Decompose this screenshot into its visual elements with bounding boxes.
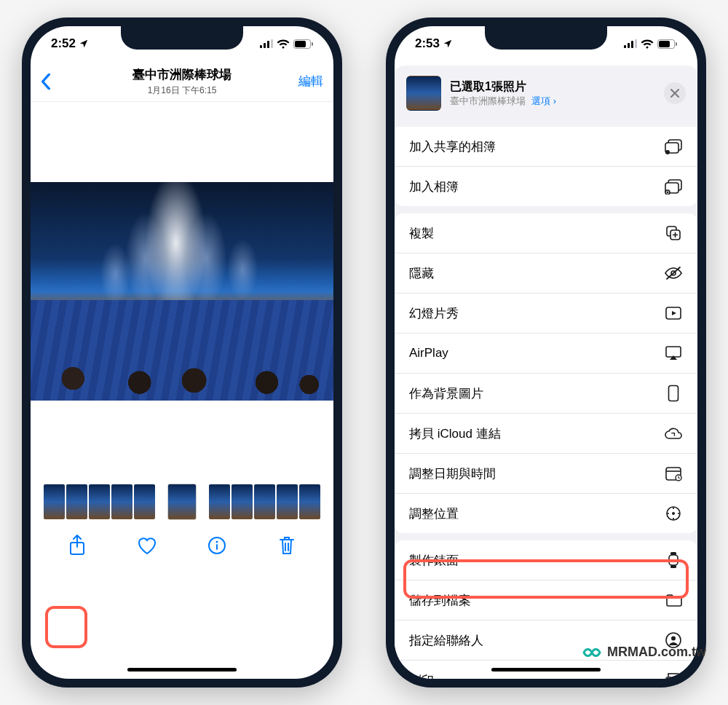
cellular-signal-icon [260, 39, 273, 48]
thumbnail-selected[interactable] [168, 484, 197, 519]
action-copy[interactable]: 複製 [395, 213, 697, 253]
photo-main[interactable] [31, 182, 333, 401]
phone-right: 2:53 已選取1張照片 [386, 17, 706, 688]
thumbnail[interactable] [299, 484, 320, 519]
svg-rect-2 [267, 41, 269, 48]
action-label: 調整日期與時間 [409, 465, 496, 482]
thumbnail[interactable] [134, 484, 155, 519]
thumbnail[interactable] [209, 484, 230, 519]
share-options-button[interactable]: 選項 › [531, 95, 556, 108]
home-indicator[interactable] [491, 668, 601, 671]
watermark-logo-icon [582, 642, 601, 661]
svg-rect-5 [295, 41, 306, 47]
action-adjust-location[interactable]: 調整位置 [395, 493, 697, 533]
thumbnail[interactable] [111, 484, 132, 519]
thumbnail[interactable] [277, 484, 298, 519]
svg-rect-13 [631, 41, 633, 48]
share-button[interactable] [63, 531, 92, 560]
share-sheet-header: 已選取1張照片 臺中市洲際棒球場 選項 › [395, 66, 697, 119]
action-add-album[interactable]: 加入相簿 [395, 166, 697, 206]
nav-title: 臺中市洲際棒球場 1月16日 下午6:15 [70, 66, 294, 97]
notch [485, 26, 607, 50]
thumbnail[interactable] [66, 484, 87, 519]
status-time: 2:52 [51, 36, 76, 51]
notch [121, 26, 243, 50]
slideshow-icon [664, 304, 683, 323]
share-title: 已選取1張照片 [450, 79, 556, 95]
action-label: AirPlay [409, 346, 448, 361]
action-slideshow[interactable]: 幻燈片秀 [395, 293, 697, 333]
action-save-to-files[interactable]: 儲存到檔案 [395, 580, 697, 620]
svg-point-33 [672, 512, 675, 515]
thumbnail[interactable] [232, 484, 253, 519]
edit-button[interactable]: 編輯 [294, 73, 323, 90]
svg-rect-40 [666, 677, 681, 679]
phone-left: 2:52 臺中市洲 [22, 17, 342, 688]
watermark: MRMAD.com.tw [582, 642, 706, 661]
action-airplay[interactable]: AirPlay [395, 333, 697, 373]
action-label: 製作錶面 [409, 552, 459, 569]
action-hide[interactable]: 隱藏 [395, 253, 697, 293]
delete-button[interactable] [272, 531, 301, 560]
airplay-icon [664, 344, 683, 363]
svg-point-20 [665, 150, 670, 154]
thumbnail[interactable] [89, 484, 110, 519]
battery-icon [293, 39, 313, 49]
action-label: 調整位置 [409, 505, 459, 522]
wallpaper-icon [664, 384, 683, 403]
svg-rect-35 [670, 552, 676, 555]
svg-rect-6 [312, 42, 313, 46]
thumbnail[interactable] [44, 484, 65, 519]
svg-rect-36 [670, 565, 676, 568]
location-arrow-icon [443, 39, 453, 49]
back-button[interactable] [41, 74, 70, 90]
svg-rect-0 [260, 45, 262, 48]
action-adjust-date-time[interactable]: 調整日期與時間 [395, 453, 697, 493]
action-label: 列印 [409, 672, 434, 680]
home-indicator[interactable] [127, 668, 237, 671]
shared-album-icon [664, 137, 683, 156]
add-album-icon [664, 177, 683, 196]
copy-icon [664, 224, 683, 243]
svg-rect-28 [666, 347, 681, 357]
share-action-list[interactable]: 加入共享的相簿 加入相簿 複製 [395, 119, 697, 679]
info-button[interactable] [202, 531, 232, 560]
thumbnail[interactable] [254, 484, 275, 519]
action-copy-icloud-link[interactable]: 拷貝 iCloud 連結 [395, 413, 697, 453]
status-time: 2:53 [415, 36, 440, 51]
action-label: 作為背景圖片 [409, 385, 483, 402]
annotation-highlight-share [45, 606, 87, 648]
share-thumbnail [406, 76, 441, 111]
svg-rect-16 [659, 41, 670, 47]
print-icon [664, 671, 683, 679]
nav-title-text: 臺中市洲際棒球場 [70, 66, 294, 83]
location-icon [664, 504, 683, 523]
action-label: 加入共享的相簿 [409, 138, 496, 155]
svg-rect-12 [628, 43, 630, 48]
action-label: 幻燈片秀 [409, 305, 459, 322]
svg-point-38 [671, 637, 676, 641]
favorite-button[interactable] [132, 531, 162, 560]
share-subtitle-location: 臺中市洲際棒球場 [450, 95, 526, 108]
svg-rect-1 [264, 43, 266, 48]
action-wallpaper[interactable]: 作為背景圖片 [395, 373, 697, 413]
action-label: 隱藏 [409, 265, 434, 282]
close-button[interactable] [664, 82, 686, 104]
folder-icon [664, 591, 683, 610]
action-group: 加入共享的相簿 加入相簿 [395, 127, 697, 206]
photo-viewer[interactable] [31, 102, 333, 481]
bottom-toolbar [31, 523, 333, 568]
icloud-link-icon [664, 424, 683, 443]
share-sheet: 已選取1張照片 臺中市洲際棒球場 選項 › 加入共享的相簿 [395, 66, 697, 679]
action-create-watch-face[interactable]: 製作錶面 [395, 540, 697, 580]
svg-rect-11 [624, 45, 626, 48]
location-arrow-icon [79, 39, 89, 49]
action-label: 指定給聯絡人 [409, 632, 483, 649]
thumbnail-strip[interactable] [31, 481, 333, 523]
svg-rect-34 [669, 555, 678, 565]
wifi-icon [277, 39, 290, 49]
svg-rect-29 [669, 386, 678, 401]
svg-rect-10 [216, 544, 218, 550]
action-group: 複製 隱藏 幻燈片秀 [395, 213, 697, 533]
action-add-shared-album[interactable]: 加入共享的相簿 [395, 127, 697, 166]
